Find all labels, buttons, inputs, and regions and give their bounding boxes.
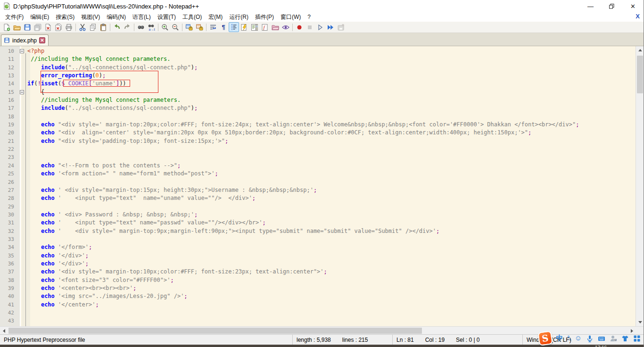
line-number[interactable]: 31 [0,219,18,227]
sync-vertical-icon[interactable] [184,22,194,32]
folder-workspace-icon[interactable] [270,22,281,32]
menu-item[interactable]: 搜索(S) [52,13,78,21]
close-file-icon[interactable] [43,22,53,32]
print-icon[interactable] [64,22,74,32]
menu-item[interactable]: ? [304,13,314,21]
code-line[interactable]: 28 echo ' <input type="text" name="uname… [0,194,636,202]
line-number[interactable]: 40 [0,292,18,300]
code-line[interactable]: 29 [0,203,636,211]
macro-stop-icon[interactable] [305,22,315,32]
code-line[interactable]: 37 echo '<div style=" margin-top:10px;co… [0,268,636,276]
line-number[interactable]: 18 [0,113,18,121]
menu-item[interactable]: 编码(N) [103,13,129,21]
emoji-panel-icon[interactable]: ☺ [575,331,582,345]
code-line[interactable]: 20 echo "<div align='center' style='marg… [0,129,636,137]
indent-guide-icon[interactable] [229,22,239,32]
line-number[interactable]: 26 [0,178,18,186]
line-number[interactable]: 27 [0,186,18,194]
code-line[interactable]: 33 [0,235,636,243]
line-number[interactable]: 37 [0,268,18,276]
code-line[interactable]: 14if(!isset($_COOKIE['uname'])) [0,80,636,88]
line-number[interactable]: 42 [0,309,18,317]
horizontal-scroll-thumb[interactable] [8,328,422,334]
sogou-logo-icon[interactable]: S [537,330,553,346]
code-line[interactable]: 10<?php [0,47,636,55]
code-line[interactable]: 15 { [0,88,636,96]
menu-item[interactable]: 视图(V) [78,13,103,21]
macro-record-icon[interactable] [294,22,305,32]
code-line[interactable]: 32 echo ' <div style=" margin-top:9px;ma… [0,227,636,235]
taskbar-strip[interactable]: 17:16 [0,345,644,347]
undo-icon[interactable] [112,22,122,32]
line-number[interactable]: 10 [0,47,18,55]
tab-close-icon[interactable]: ✕ [39,37,45,43]
copy-icon[interactable] [88,22,98,32]
scroll-down-arrow[interactable] [636,318,644,326]
menu-item[interactable]: 窗口(W) [277,13,304,21]
restore-button[interactable] [601,0,622,12]
macro-run-multiple-icon[interactable] [325,22,336,32]
line-number[interactable]: 39 [0,284,18,292]
menu-item[interactable]: 插件(P) [252,13,277,21]
minimize-button[interactable]: — [580,0,601,12]
code-line[interactable]: 36 echo '</div>'; [0,260,636,268]
new-file-icon[interactable] [1,22,12,32]
zoom-out-icon[interactable] [170,22,181,32]
redo-icon[interactable] [122,22,132,32]
code-line[interactable]: 31 echo ' <input type="text" name="passw… [0,219,636,227]
line-number[interactable]: 35 [0,252,18,260]
cut-icon[interactable] [77,22,88,32]
code-line[interactable]: 43 [0,317,636,325]
line-number[interactable]: 30 [0,211,18,219]
word-wrap-icon[interactable] [208,22,218,32]
line-number[interactable]: 11 [0,55,18,63]
function-list-icon[interactable]: f [260,22,270,32]
line-number[interactable]: 43 [0,317,18,325]
save-all-icon[interactable] [33,22,43,32]
menu-item[interactable]: 运行(R) [226,13,252,21]
code-line[interactable]: 42 [0,309,636,317]
toolbox-icon[interactable] [633,331,641,345]
code-line[interactable]: 23 [0,153,636,161]
menu-item[interactable]: 设置(T) [154,13,179,21]
scroll-left-arrow[interactable] [0,327,8,335]
code-line[interactable]: 39 echo '<center><br><br><br>'; [0,284,636,292]
line-number[interactable]: 19 [0,121,18,129]
fold-marker[interactable] [20,49,24,53]
chinese-english-toggle-icon[interactable]: 中 [556,331,563,345]
line-number[interactable]: 21 [0,137,18,145]
paste-icon[interactable] [98,22,108,32]
code-line[interactable]: 30 echo ' <div> Password : &nbsp; &nbsp;… [0,211,636,219]
vertical-scroll-thumb[interactable] [637,56,643,93]
code-line[interactable]: 40 echo '<img src="../images/Less-20.jpg… [0,292,636,300]
line-number[interactable]: 34 [0,243,18,251]
menu-item[interactable]: 语言(L) [129,13,154,21]
voice-input-icon[interactable] [586,331,594,345]
close-all-icon[interactable] [53,22,64,32]
zoom-in-icon[interactable] [160,22,170,32]
line-number[interactable]: 38 [0,276,18,284]
document-monitor-icon[interactable] [281,22,291,32]
save-icon[interactable] [22,22,33,32]
line-number[interactable]: 14 [0,80,18,88]
macro-play-icon[interactable] [315,22,325,32]
macro-save-icon[interactable] [336,22,346,32]
scroll-up-arrow[interactable] [636,46,644,54]
account-icon[interactable]: 12 [610,331,617,345]
soft-keyboard-icon[interactable] [598,331,605,345]
sync-horizontal-icon[interactable] [194,22,205,32]
menu-item[interactable]: 工具(O) [179,13,205,21]
menu-item[interactable]: 文件(F) [2,13,27,21]
fold-marker[interactable] [20,90,24,94]
skin-icon[interactable] [621,331,629,345]
line-number[interactable]: 28 [0,194,18,202]
line-number[interactable]: 25 [0,170,18,178]
line-number[interactable]: 12 [0,64,18,72]
code-line[interactable]: 24 echo "<!--Form to post the contents -… [0,162,636,170]
code-line[interactable]: 25 echo '<form action=" " name="form1" m… [0,170,636,178]
code-line[interactable]: 21 echo "<div style='padding-top:10px; f… [0,137,636,145]
code-line[interactable]: 41 echo '</center>'; [0,301,636,309]
code-line[interactable]: 35 echo '</div>'; [0,252,636,260]
close-button[interactable]: ✕ [622,0,644,12]
menu-item[interactable]: 编辑(E) [27,13,52,21]
